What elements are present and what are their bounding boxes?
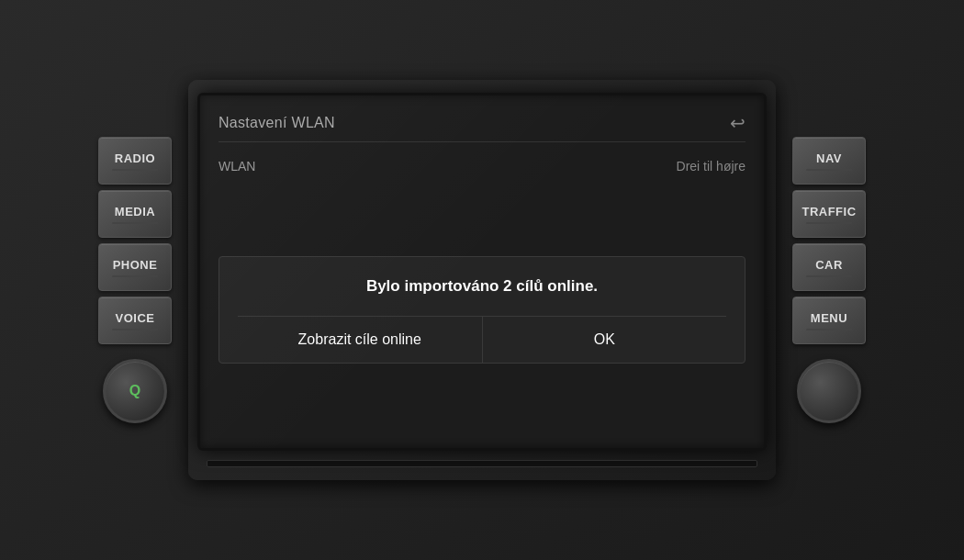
- header-divider: [219, 141, 745, 142]
- dialog-message: Bylo importováno 2 cílů online.: [238, 277, 726, 296]
- car-infotainment-unit: RADIO MEDIA PHONE VOICE Q Nastavení WLAN…: [0, 0, 964, 560]
- infotainment-screen: Nastavení WLAN ↩ WLAN Drei til højre Byl…: [197, 93, 767, 451]
- traffic-button[interactable]: TRAFFIC: [792, 190, 866, 238]
- wlan-row: WLAN Drei til højre: [219, 153, 745, 179]
- screen-header: Nastavení WLAN ↩: [219, 112, 745, 134]
- ok-button[interactable]: OK: [483, 317, 727, 363]
- left-knob[interactable]: Q: [103, 359, 167, 423]
- back-arrow-icon[interactable]: ↩: [730, 112, 745, 134]
- right-knob-container: [797, 359, 861, 423]
- show-destinations-button[interactable]: Zobrazit cíle online: [238, 317, 483, 363]
- left-knob-label: Q: [129, 383, 140, 399]
- right-button-panel: NAV TRAFFIC CAR MENU: [792, 137, 866, 423]
- car-button[interactable]: CAR: [792, 243, 866, 291]
- dialog-buttons: Zobrazit cíle online OK: [238, 316, 726, 363]
- left-knob-container: Q: [103, 359, 167, 423]
- dialog-box: Bylo importováno 2 cílů online. Zobrazit…: [219, 256, 745, 364]
- phone-button[interactable]: PHONE: [98, 243, 172, 291]
- voice-button[interactable]: VOICE: [98, 297, 172, 344]
- screen-bezel: Nastavení WLAN ↩ WLAN Drei til højre Byl…: [188, 80, 776, 480]
- right-knob[interactable]: [797, 359, 861, 423]
- cd-slot: [207, 460, 757, 467]
- nav-button[interactable]: NAV: [792, 137, 866, 185]
- left-button-panel: RADIO MEDIA PHONE VOICE Q: [98, 137, 172, 423]
- media-button[interactable]: MEDIA: [98, 190, 172, 238]
- wlan-label: WLAN: [219, 159, 255, 174]
- menu-button[interactable]: MENU: [792, 297, 866, 344]
- dialog-area: Bylo importováno 2 cílů online. Zobrazit…: [219, 188, 745, 431]
- screen-title: Nastavení WLAN: [219, 115, 335, 131]
- radio-button[interactable]: RADIO: [98, 137, 172, 185]
- wlan-value: Drei til højre: [677, 159, 745, 174]
